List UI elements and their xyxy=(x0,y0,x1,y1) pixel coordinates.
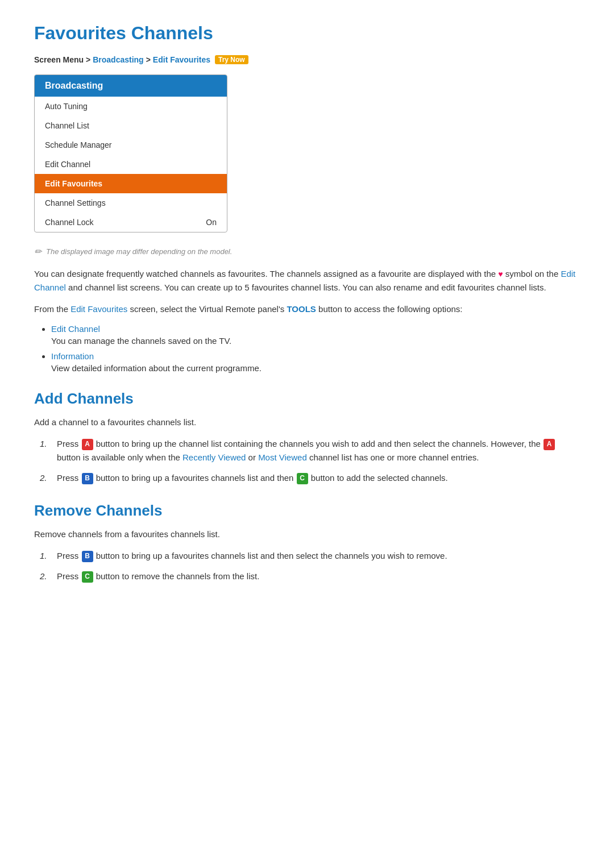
intro-paragraph-2: From the Edit Favourites screen, select … xyxy=(34,302,580,316)
breadcrumb-prefix: Screen Menu > xyxy=(34,55,90,64)
remove-channels-steps: 1. Press B button to bring up a favourit… xyxy=(34,549,580,583)
recently-viewed-link[interactable]: Recently Viewed xyxy=(182,452,246,462)
menu-item-channel-list[interactable]: Channel List xyxy=(35,116,227,135)
add-step-2: 2. Press B button to bring up a favourit… xyxy=(40,471,580,485)
edit-channel-sub: You can manage the channels saved on the… xyxy=(51,336,580,346)
information-link[interactable]: Information xyxy=(51,351,94,361)
button-c-1: C xyxy=(297,473,308,484)
add-step-1-text: Press A button to bring up the channel l… xyxy=(57,437,580,464)
channel-lock-value: On xyxy=(206,218,217,227)
remove-step-num-2: 2. xyxy=(40,570,52,583)
list-item-information: Information View detailed information ab… xyxy=(51,351,580,373)
most-viewed-link[interactable]: Most Viewed xyxy=(258,452,307,462)
pencil-icon: ✏ xyxy=(34,246,42,257)
list-item-edit-channel: Edit Channel You can manage the channels… xyxy=(51,324,580,346)
add-step-1: 1. Press A button to bring up the channe… xyxy=(40,437,580,464)
add-channels-intro: Add a channel to a favourites channels l… xyxy=(34,416,580,429)
remove-step-2-text: Press C button to remove the channels fr… xyxy=(57,570,259,583)
edit-channel-link-1[interactable]: Edit Channel xyxy=(34,269,575,292)
try-now-badge[interactable]: Try Now xyxy=(215,55,248,64)
breadcrumb-edit-favourites[interactable]: Edit Favourites xyxy=(153,55,210,64)
remove-step-1: 1. Press B button to bring up a favourit… xyxy=(40,549,580,563)
information-sub: View detailed information about the curr… xyxy=(51,363,580,373)
add-step-2-text: Press B button to bring up a favourites … xyxy=(57,471,448,485)
step-num-2: 2. xyxy=(40,471,52,485)
remove-step-1-text: Press B button to bring up a favourites … xyxy=(57,549,447,563)
add-channels-steps: 1. Press A button to bring up the channe… xyxy=(34,437,580,485)
channel-lock-label: Channel Lock xyxy=(45,218,94,227)
menu-item-auto-tuning[interactable]: Auto Tuning xyxy=(35,97,227,116)
note-line: ✏ The displayed image may differ dependi… xyxy=(34,246,580,257)
intro-paragraph-1: You can designate frequently watched cha… xyxy=(34,267,580,294)
options-list: Edit Channel You can manage the channels… xyxy=(34,324,580,373)
breadcrumb-sep1: > xyxy=(146,55,151,64)
button-c-2: C xyxy=(82,571,93,583)
note-text: The displayed image may differ depending… xyxy=(46,247,232,256)
button-a-2: A xyxy=(544,439,555,450)
remove-step-2: 2. Press C button to remove the channels… xyxy=(40,570,580,583)
menu-item-edit-favourites[interactable]: Edit Favourites xyxy=(35,174,227,193)
menu-item-channel-lock[interactable]: Channel Lock On xyxy=(35,213,227,232)
tools-label: TOOLS xyxy=(287,304,316,314)
button-b-2: B xyxy=(82,551,93,562)
breadcrumb: Screen Menu > Broadcasting > Edit Favour… xyxy=(34,55,580,64)
add-channels-title: Add Channels xyxy=(34,390,580,408)
menu-item-schedule-manager[interactable]: Schedule Manager xyxy=(35,135,227,155)
remove-channels-title: Remove Channels xyxy=(34,502,580,520)
button-b-1: B xyxy=(82,473,93,484)
button-a-1: A xyxy=(82,439,93,450)
remove-step-num-1: 1. xyxy=(40,549,52,563)
menu-item-channel-settings[interactable]: Channel Settings xyxy=(35,193,227,213)
breadcrumb-broadcasting[interactable]: Broadcasting xyxy=(93,55,143,64)
step-num-1: 1. xyxy=(40,437,52,451)
edit-channel-link-2[interactable]: Edit Channel xyxy=(51,324,100,334)
menu-box: Broadcasting Auto Tuning Channel List Sc… xyxy=(34,74,227,232)
menu-item-edit-channel[interactable]: Edit Channel xyxy=(35,155,227,174)
page-title: Favourites Channels xyxy=(34,23,580,44)
menu-header: Broadcasting xyxy=(35,75,227,97)
heart-symbol: ♥ xyxy=(498,269,503,279)
edit-favourites-link[interactable]: Edit Favourites xyxy=(70,304,127,314)
remove-channels-intro: Remove channels from a favourites channe… xyxy=(34,528,580,541)
